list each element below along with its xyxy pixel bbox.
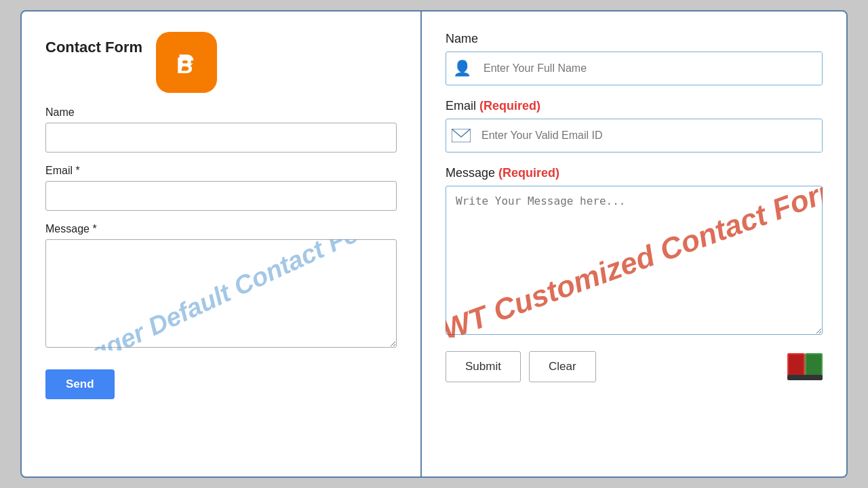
swt-logo-icon (787, 353, 823, 380)
email-label-left: Email * (45, 165, 397, 177)
main-container: Contact Form B Name Email * (20, 10, 848, 478)
textarea-wrapper-right: SWT Customized Contact Form (446, 186, 823, 338)
left-panel: Contact Form B Name Email * (22, 12, 422, 476)
right-panel: Name 👤 Email (Required) (422, 12, 846, 476)
message-textarea-right[interactable] (446, 186, 823, 335)
message-textarea-left[interactable] (45, 239, 397, 348)
person-icon: 👤 (446, 60, 478, 77)
blogger-logo: B (156, 32, 217, 93)
textarea-wrapper-left: Blogger Default Contact Form (45, 239, 397, 350)
name-input-wrapper: 👤 (446, 52, 823, 85)
name-input-left[interactable] (45, 123, 397, 152)
name-label-right: Name (446, 32, 823, 46)
name-group-left: Name (45, 106, 397, 152)
name-input-right[interactable] (478, 52, 822, 85)
message-required-text: (Required) (498, 166, 559, 180)
message-group-right: Message (Required) SWT Customized Contac… (446, 166, 823, 338)
clear-button[interactable]: Clear (529, 351, 596, 382)
message-label-left: Message * (45, 223, 397, 235)
left-header: Contact Form B (45, 32, 397, 93)
send-button[interactable]: Send (45, 369, 115, 399)
email-input-left[interactable] (45, 181, 397, 211)
email-input-right[interactable] (476, 119, 822, 152)
email-label-right: Email (Required) (446, 99, 823, 113)
name-label-left: Name (45, 106, 397, 119)
name-group-right: Name 👤 (446, 32, 823, 85)
svg-rect-4 (789, 354, 804, 375)
email-input-wrapper (446, 119, 823, 152)
email-group-right: Email (Required) (446, 99, 823, 152)
email-icon (446, 129, 476, 142)
button-row: Submit Clear (446, 351, 823, 382)
svg-rect-6 (806, 354, 821, 375)
submit-button[interactable]: Submit (446, 351, 521, 382)
email-required-text: (Required) (479, 99, 540, 113)
contact-form-title: Contact Form (45, 39, 142, 56)
blogger-icon: B (168, 44, 205, 81)
swt-logo (787, 353, 823, 380)
message-group-left: Message * Blogger Default Contact Form (45, 223, 397, 350)
svg-rect-7 (787, 375, 823, 380)
message-label-right: Message (Required) (446, 166, 823, 180)
envelope-icon (452, 129, 471, 142)
svg-text:B: B (176, 52, 193, 77)
email-group-left: Email * (45, 165, 397, 211)
